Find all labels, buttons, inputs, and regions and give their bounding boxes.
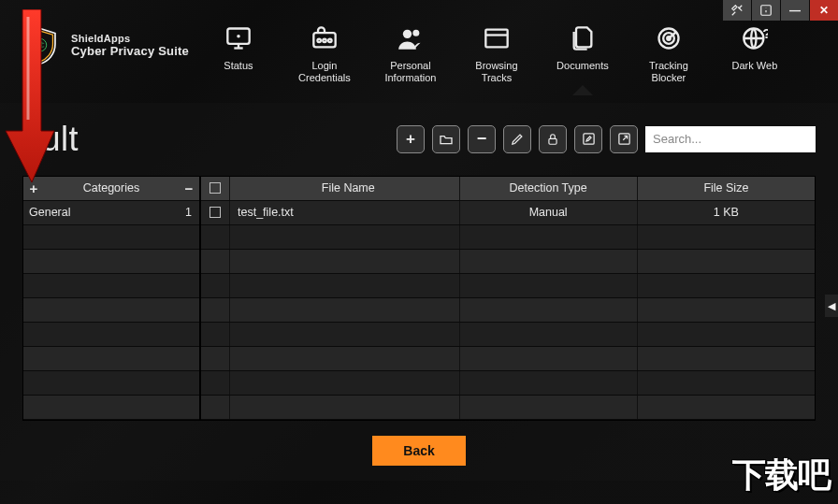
category-remove-button[interactable]: − [179,180,199,196]
category-row-empty [23,323,199,347]
nav-label: Login Credentials [292,60,357,83]
select-all-checkbox[interactable] [210,182,221,194]
documents-icon [570,25,596,51]
svg-point-13 [412,30,419,36]
svg-rect-23 [583,134,593,144]
category-row-empty [23,396,199,420]
row-checkbox[interactable] [210,207,221,218]
globe-question-icon: ? [742,25,768,51]
back-button[interactable]: Back [372,436,466,466]
svg-rect-22 [549,138,556,144]
edit-box-icon [582,132,596,146]
external-link-icon [617,132,631,146]
nav-label: Dark Web [722,60,787,72]
category-row-empty [23,298,199,323]
categories-panel: + Categories − General 1 [23,177,201,420]
filesize-cell: 1 KB [638,206,815,219]
edit-box-button[interactable] [574,125,602,153]
pencil-icon [511,132,525,146]
detection-cell: Manual [460,206,637,219]
nav-label: Documents [550,60,615,72]
file-row-empty [201,225,815,250]
nav-status[interactable]: Status [206,22,271,95]
minus-icon: − [477,129,487,149]
search-input[interactable] [645,126,816,152]
nav-label: Tracking Blocker [636,60,701,83]
chevron-left-icon: ◀ [828,300,835,312]
category-row-empty [23,274,199,298]
svg-text:?: ? [762,25,768,41]
edit-button[interactable] [503,125,531,153]
category-row-empty [23,225,199,250]
nav-login-credentials[interactable]: Login Credentials [292,22,357,95]
svg-point-12 [403,30,412,38]
svg-rect-14 [485,30,507,48]
brand: ShieldApps Cyber Privacy Suite [21,26,189,65]
svg-point-10 [323,39,326,43]
file-row-empty [201,396,815,420]
nav-dark-web[interactable]: ? Dark Web [722,22,787,95]
category-count: 1 [177,206,199,219]
page-title: ault [22,120,79,159]
remove-button[interactable]: − [468,125,496,153]
plus-icon: + [406,130,415,149]
file-name-cell: test_file.txt [230,206,459,219]
side-collapse-handle[interactable]: ◀ [825,295,838,317]
folder-icon [439,132,454,147]
watermark: 下载吧 [732,453,831,498]
shield-logo [21,26,60,65]
brand-name-top: ShieldApps [71,33,189,45]
category-row-empty [23,371,199,396]
credentials-icon [311,25,338,51]
file-row[interactable]: test_file.txt Manual 1 KB [201,201,815,225]
monitor-icon [225,25,252,51]
category-add-button[interactable]: + [23,180,44,196]
svg-point-11 [328,39,332,43]
file-row-empty [201,323,815,347]
files-panel: File Name Detection Type File Size test_… [201,177,815,420]
svg-point-7 [237,35,240,38]
svg-point-9 [317,39,321,43]
category-row-empty [23,250,199,274]
file-row-empty [201,274,815,298]
file-row-empty [201,298,815,323]
filesize-header: File Size [638,181,815,194]
toolbar: + − [397,125,816,153]
category-row[interactable]: General 1 [23,201,199,225]
radar-icon [656,25,682,51]
svg-point-3 [34,38,46,50]
file-row-empty [201,371,815,396]
lock-button[interactable] [539,125,567,153]
nav-label: Personal Information [378,60,443,83]
file-row-empty [201,347,815,371]
file-row-empty [201,250,815,274]
category-name: General [23,206,177,219]
nav-label: Status [206,60,271,72]
brand-name-bottom: Cyber Privacy Suite [71,45,189,59]
filename-header: File Name [230,181,459,194]
nav-personal-information[interactable]: Personal Information [378,22,443,95]
nav-browsing-tracks[interactable]: Browsing Tracks [464,22,529,95]
add-button[interactable]: + [397,125,425,153]
nav-label: Browsing Tracks [464,60,529,83]
nav-documents[interactable]: Documents [550,22,615,95]
categories-header: Categories [44,181,179,194]
people-icon [397,25,424,51]
lock-icon [546,133,559,146]
open-folder-button[interactable] [432,125,460,153]
browser-icon [484,25,510,51]
category-row-empty [23,347,199,371]
detection-header: Detection Type [460,181,637,194]
export-button[interactable] [610,125,638,153]
nav-tracking-blocker[interactable]: Tracking Blocker [636,22,701,95]
